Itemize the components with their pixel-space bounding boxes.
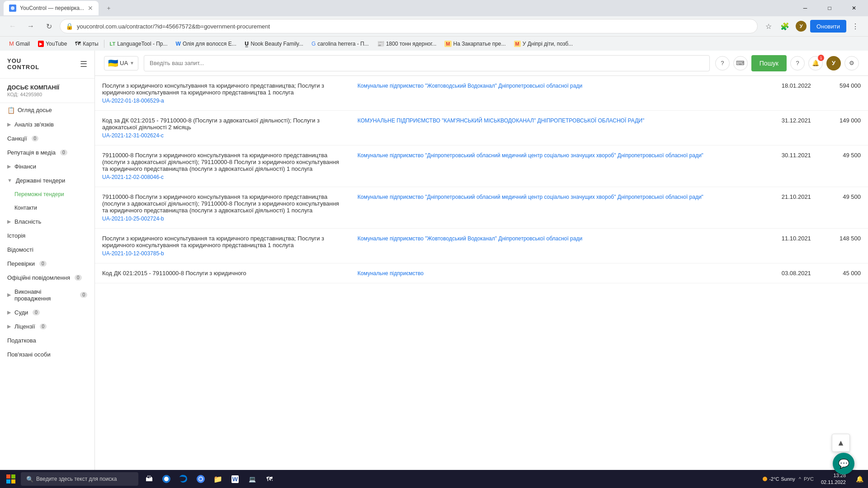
- sidebar-item-label: Переможні тендери: [14, 191, 64, 197]
- user-avatar[interactable]: У: [826, 56, 841, 70]
- taskbar-search[interactable]: 🔍 Введите здесь текст для поиска: [21, 472, 138, 486]
- sidebar-item-peremozhni[interactable]: Переможні тендери: [0, 188, 94, 201]
- proc-buyer[interactable]: Комунальне підприємство: [358, 270, 424, 277]
- taskbar-chrome-btn[interactable]: [193, 471, 209, 487]
- proc-link[interactable]: UA-2022-01-18-006529-a: [102, 98, 343, 104]
- reload-btn[interactable]: ↻: [42, 19, 56, 33]
- scroll-top-btn[interactable]: ▲: [832, 434, 850, 452]
- maximize-btn[interactable]: □: [819, 1, 840, 15]
- search-icon: 🔍: [26, 476, 33, 483]
- settings-btn[interactable]: ⚙: [844, 56, 859, 70]
- news1-icon: 📰: [377, 40, 384, 47]
- chevron-icon[interactable]: ^: [799, 476, 801, 482]
- sidebar-item-oglyad[interactable]: 📋 Огляд досье: [0, 103, 94, 117]
- keyboard-layout[interactable]: РУС: [804, 476, 814, 482]
- sidebar-item-tendery[interactable]: ▼ Державні тендери: [0, 174, 94, 188]
- taskbar-explorer-btn[interactable]: 📁: [210, 471, 226, 487]
- help2-btn[interactable]: ?: [790, 56, 805, 70]
- start-btn[interactable]: [2, 470, 20, 488]
- expand-icon: ▼: [7, 178, 12, 183]
- bookmark-youtube[interactable]: ▶ YouTube: [34, 40, 71, 48]
- hamburger-btn[interactable]: ☰: [80, 59, 87, 69]
- bookmark-news1[interactable]: 📰 1800 тонн ядерног...: [373, 39, 440, 48]
- table-row: Код ДК 021:2015 - 79110000-8 Послуги з ю…: [95, 263, 868, 283]
- taskbar-maps-btn[interactable]: 🗺: [261, 471, 278, 487]
- sidebar-item-povidomlennya[interactable]: Офіційні повідомлення 0: [0, 271, 94, 285]
- bookmark-gmail[interactable]: M Gmail: [5, 39, 33, 48]
- sidebar-item-finansy[interactable]: ▶ Фінанси: [0, 160, 94, 174]
- proc-link[interactable]: UA-2021-12-31-002624-c: [102, 132, 343, 139]
- minimize-btn[interactable]: ─: [795, 1, 816, 15]
- bookmark-carolina[interactable]: G carolina herrera - П...: [308, 40, 373, 48]
- sidebar-item-istoriya[interactable]: Історія: [0, 229, 94, 243]
- proc-date: 21.10.2021: [774, 187, 826, 229]
- proc-link[interactable]: UA-2021-10-25-002724-b: [102, 216, 343, 222]
- close-btn[interactable]: ✕: [844, 1, 864, 15]
- bookmark-label: 1800 тонн ядерног...: [386, 41, 437, 47]
- taskbar-word-btn[interactable]: W: [227, 471, 243, 487]
- proc-buyer-cell: Комунальне підприємство "Жовтоводський В…: [350, 229, 774, 263]
- language-select[interactable]: 🇺🇦 UA ▼: [104, 56, 138, 70]
- proc-link[interactable]: UA-2021-10-12-003785-b: [102, 250, 343, 257]
- proc-buyer[interactable]: Комунальне підприємство "Дніпропетровськ…: [358, 194, 703, 200]
- taskbar-widget-btn[interactable]: 🏔: [141, 471, 157, 487]
- sidebar-item-perevirky[interactable]: Перевірки 0: [0, 257, 94, 271]
- proc-date: 11.10.2021: [774, 229, 826, 263]
- proc-buyer[interactable]: Комунальне підприємство "Жовтоводський В…: [358, 235, 582, 242]
- bookmark-oliya[interactable]: W Олія для волосся E...: [172, 40, 240, 48]
- sidebar-item-reputatsiya[interactable]: Репутація в медіа 0: [0, 145, 94, 160]
- sidebar-item-sudy[interactable]: ▶ Суди 0: [0, 305, 94, 319]
- sidebar-item-vykonavchi[interactable]: ▶ Виконавчі провадження 0: [0, 285, 94, 305]
- weather-display[interactable]: -2°C Sunny: [763, 476, 795, 482]
- bookmark-news2[interactable]: М На Закарпатье пре...: [441, 40, 509, 48]
- sidebar-item-podatkova[interactable]: Податкова: [0, 333, 94, 347]
- proc-buyer-cell: Комунальне підприємство "Дніпропетровськ…: [350, 145, 774, 187]
- sidebar-item-litsenziyi[interactable]: ▶ Ліцензії 0: [0, 319, 94, 333]
- bookmark-star-btn[interactable]: ☆: [761, 19, 776, 33]
- bookmark-nook[interactable]: U̲ Nook Beauty Family...: [241, 40, 307, 48]
- svg-rect-4: [11, 479, 15, 483]
- taskbar-editor-btn[interactable]: 💻: [244, 471, 260, 487]
- address-bar[interactable]: 🔒 youcontrol.com.ua/contractor/?id=45667…: [60, 19, 758, 33]
- bookmark-maps[interactable]: 🗺 Карты: [71, 39, 102, 48]
- chat-btn[interactable]: 💬: [833, 453, 854, 474]
- forward-btn[interactable]: →: [24, 19, 38, 33]
- proc-buyer[interactable]: КОМУНАЛЬНЕ ПІДПРИЄМСТВО "КАМ'ЯНСЬКИЙ МІС…: [358, 117, 644, 124]
- sidebar-item-vidomosti[interactable]: Відомості: [0, 243, 94, 257]
- notification-center-btn[interactable]: 🔔: [853, 475, 866, 483]
- bookmark-languagetool[interactable]: LT LanguageTool - Пр...: [106, 40, 171, 48]
- bookmark-news3[interactable]: М У Дніпрі діти, позб...: [510, 40, 577, 48]
- tab-close-btn[interactable]: ✕: [88, 5, 93, 12]
- proc-description: 79110000-8 Послуги з юридичного консульт…: [95, 145, 350, 187]
- sidebar-item-label: Відомості: [7, 246, 33, 253]
- sidebar-item-label: Власність: [14, 218, 41, 225]
- search-input[interactable]: [150, 60, 704, 66]
- proc-buyer[interactable]: Комунальне підприємство "Дніпропетровськ…: [358, 152, 703, 159]
- taskbar-cortana-btn[interactable]: [158, 471, 175, 487]
- back-btn[interactable]: ←: [5, 19, 20, 33]
- content-area[interactable]: Послуги з юридичного консультування та ю…: [95, 76, 868, 470]
- search-btn[interactable]: Пошук: [751, 55, 787, 71]
- sidebar-item-label: Пов'язані особи: [7, 351, 51, 358]
- taskbar-edge-btn[interactable]: [175, 471, 192, 487]
- proc-link[interactable]: UA-2021-12-02-008046-c: [102, 174, 343, 180]
- sidebar-item-label: Історія: [7, 232, 25, 239]
- new-tab-btn[interactable]: ＋: [102, 2, 115, 14]
- sidebar-item-kontakty[interactable]: Контакти: [0, 201, 94, 215]
- menu-btn[interactable]: ⋮: [848, 19, 863, 33]
- word-icon: W: [231, 475, 239, 483]
- proc-buyer[interactable]: Комунальне підприємство "Жовтоводський В…: [358, 83, 582, 89]
- extensions-btn[interactable]: 🧩: [778, 19, 792, 33]
- update-btn[interactable]: Оновити: [810, 20, 846, 33]
- help-btn[interactable]: ?: [715, 56, 730, 70]
- sidebar-item-vlasnist[interactable]: ▶ Власність: [0, 215, 94, 229]
- keyboard-btn[interactable]: ⌨: [733, 56, 748, 70]
- profile-btn[interactable]: У: [794, 19, 808, 33]
- active-tab[interactable]: YouControl — перевірка... ✕: [4, 1, 99, 15]
- sidebar-item-povyazani[interactable]: Пов'язані особи: [0, 347, 94, 361]
- sidebar-item-sanktsii[interactable]: Санкції 0: [0, 131, 94, 145]
- sidebar-item-analiz[interactable]: ▶ Аналіз зв'язків: [0, 117, 94, 131]
- notification-btn[interactable]: 🔔 1: [808, 56, 823, 70]
- folder-icon: 📁: [213, 475, 222, 483]
- proc-date: 03.08.2021: [774, 263, 826, 283]
